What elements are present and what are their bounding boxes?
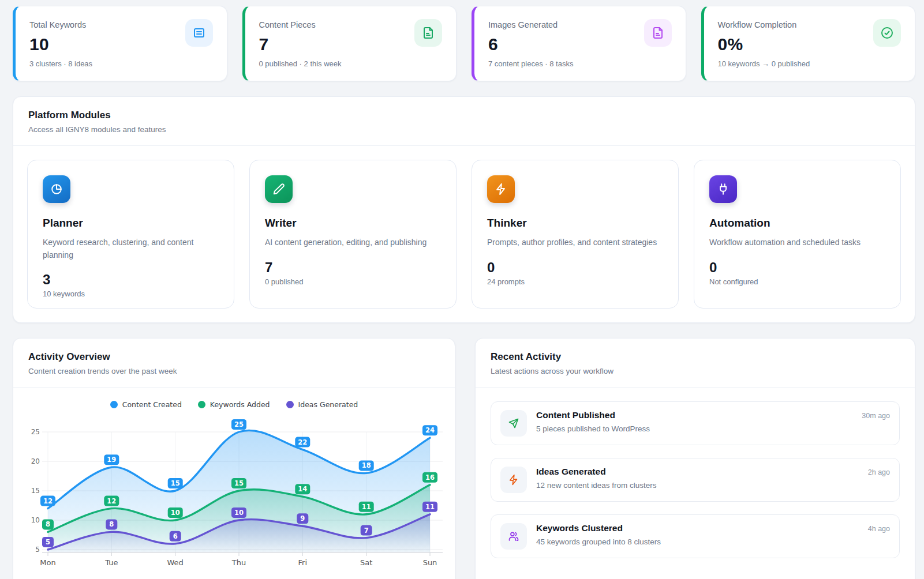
- svg-text:22: 22: [298, 438, 307, 446]
- svg-text:8: 8: [109, 520, 114, 528]
- list-icon: [192, 26, 206, 40]
- recent-item-body: Ideas Generated12 new content ideas from…: [536, 467, 859, 490]
- module-sub-label: Not configured: [709, 277, 885, 286]
- recent-item-icon-chip: [500, 410, 527, 437]
- pie-chart-icon: [50, 183, 63, 195]
- module-value: 7: [265, 260, 441, 276]
- platform-modules-panel: Platform Modules Access all IGNY8 module…: [13, 96, 915, 323]
- dashboard-page: Total Keywords103 clusters · 8 ideasCont…: [13, 6, 915, 579]
- plug-icon: [717, 183, 730, 195]
- svg-text:Thu: Thu: [231, 558, 246, 567]
- module-card-automation[interactable]: AutomationWorkflow automation and schedu…: [694, 160, 901, 309]
- recent-item-time: 2h ago: [868, 468, 890, 476]
- recent-activity-list: Content Published5 pieces published to W…: [476, 388, 915, 572]
- module-value: 0: [487, 260, 663, 276]
- pencil-icon: [272, 183, 285, 195]
- file-icon: [421, 26, 435, 40]
- module-icon-chip: [265, 175, 293, 203]
- svg-text:9: 9: [300, 514, 305, 522]
- module-card-thinker[interactable]: ThinkerPrompts, author profiles, and con…: [472, 160, 679, 309]
- module-description: Keyword research, clustering, and conten…: [43, 236, 219, 261]
- svg-text:12: 12: [43, 497, 53, 505]
- recent-item-ideas-generated[interactable]: Ideas Generated12 new content ideas from…: [491, 458, 900, 502]
- svg-text:Sat: Sat: [360, 558, 372, 567]
- svg-text:7: 7: [364, 527, 369, 535]
- file-icon: [651, 26, 665, 40]
- recent-item-body: Content Published5 pieces published to W…: [536, 410, 852, 433]
- platform-modules-header: Platform Modules Access all IGNY8 module…: [13, 97, 915, 146]
- svg-text:5: 5: [46, 538, 50, 546]
- svg-text:11: 11: [362, 503, 371, 511]
- stat-icon-chip: [644, 19, 672, 47]
- svg-text:24: 24: [425, 426, 435, 434]
- recent-activity-title: Recent Activity: [491, 351, 900, 363]
- activity-overview-title: Activity Overview: [28, 351, 440, 363]
- module-icon-chip: [43, 175, 70, 203]
- recent-item-description: 5 pieces published to WordPress: [536, 424, 852, 433]
- chart-legend: Content CreatedKeywords AddedIdeas Gener…: [20, 400, 448, 409]
- bottom-row: Activity Overview Content creation trend…: [13, 338, 915, 579]
- module-value: 0: [709, 260, 885, 276]
- legend-item-0[interactable]: Content Created: [110, 400, 182, 409]
- activity-overview-panel: Activity Overview Content creation trend…: [13, 338, 455, 579]
- legend-item-1[interactable]: Keywords Added: [198, 400, 270, 409]
- recent-item-content-published[interactable]: Content Published5 pieces published to W…: [491, 401, 900, 445]
- stat-icon-chip: [873, 19, 901, 47]
- module-name: Writer: [265, 217, 441, 230]
- stats-row: Total Keywords103 clusters · 8 ideasCont…: [13, 6, 915, 81]
- module-description: Prompts, author profiles, and content st…: [487, 236, 663, 249]
- legend-label: Content Created: [122, 400, 182, 409]
- svg-text:5: 5: [35, 546, 40, 554]
- activity-overview-header: Activity Overview Content creation trend…: [13, 339, 455, 388]
- svg-text:Mon: Mon: [40, 558, 55, 567]
- recent-item-title: Content Published: [536, 410, 852, 420]
- svg-text:Tue: Tue: [104, 558, 118, 567]
- legend-item-2[interactable]: Ideas Generated: [286, 400, 358, 409]
- users-icon: [508, 531, 519, 542]
- legend-label: Ideas Generated: [298, 400, 358, 409]
- stat-card-images-generated: Images Generated67 content pieces · 8 ta…: [472, 6, 686, 81]
- module-sub-label: 0 published: [265, 277, 441, 286]
- stat-sub: 7 content pieces · 8 tasks: [488, 59, 672, 68]
- svg-text:15: 15: [234, 479, 244, 487]
- module-name: Planner: [43, 217, 219, 230]
- recent-activity-header: Recent Activity Latest actions across yo…: [476, 339, 915, 388]
- svg-text:Fri: Fri: [298, 558, 308, 567]
- svg-text:6: 6: [173, 532, 178, 540]
- send-icon: [508, 418, 519, 429]
- svg-text:11: 11: [425, 503, 435, 511]
- stat-sub: 3 clusters · 8 ideas: [29, 59, 213, 68]
- svg-text:14: 14: [298, 485, 307, 493]
- module-card-writer[interactable]: WriterAI content generation, editing, an…: [249, 160, 457, 309]
- stat-card-content-pieces: Content Pieces70 published · 2 this week: [242, 6, 457, 81]
- modules-grid: PlannerKeyword research, clustering, and…: [13, 146, 915, 322]
- recent-item-icon-chip: [500, 523, 527, 550]
- platform-modules-title: Platform Modules: [28, 110, 900, 121]
- zap-icon: [508, 474, 519, 486]
- svg-text:8: 8: [46, 520, 50, 528]
- recent-item-icon-chip: [500, 467, 527, 493]
- svg-text:20: 20: [31, 457, 40, 465]
- svg-text:Sun: Sun: [423, 558, 437, 567]
- stat-card-total-keywords: Total Keywords103 clusters · 8 ideas: [13, 6, 227, 81]
- legend-dot-icon: [198, 401, 205, 408]
- module-card-planner[interactable]: PlannerKeyword research, clustering, and…: [27, 160, 234, 309]
- svg-text:10: 10: [234, 509, 244, 517]
- svg-text:16: 16: [425, 473, 435, 482]
- svg-text:12: 12: [107, 497, 116, 505]
- stat-icon-chip: [185, 19, 213, 47]
- legend-dot-icon: [286, 401, 294, 408]
- zap-icon: [495, 183, 507, 195]
- recent-item-description: 45 keywords grouped into 8 clusters: [536, 537, 859, 546]
- module-sub-label: 24 prompts: [487, 277, 663, 286]
- activity-chart: Content CreatedKeywords AddedIdeas Gener…: [13, 388, 455, 568]
- recent-item-keywords-clustered[interactable]: Keywords Clustered45 keywords grouped in…: [491, 514, 900, 558]
- stat-card-workflow-completion: Workflow Completion0%10 keywords → 0 pub…: [701, 6, 916, 81]
- recent-item-time: 4h ago: [868, 525, 890, 533]
- chart-canvas: 510152025MonTueWedThuFriSatSun1219152522…: [20, 415, 448, 568]
- recent-item-title: Keywords Clustered: [536, 523, 859, 533]
- stat-sub: 10 keywords → 0 published: [718, 59, 901, 68]
- svg-text:25: 25: [31, 428, 40, 436]
- svg-text:25: 25: [234, 420, 244, 428]
- activity-overview-subtitle: Content creation trends over the past we…: [28, 367, 440, 375]
